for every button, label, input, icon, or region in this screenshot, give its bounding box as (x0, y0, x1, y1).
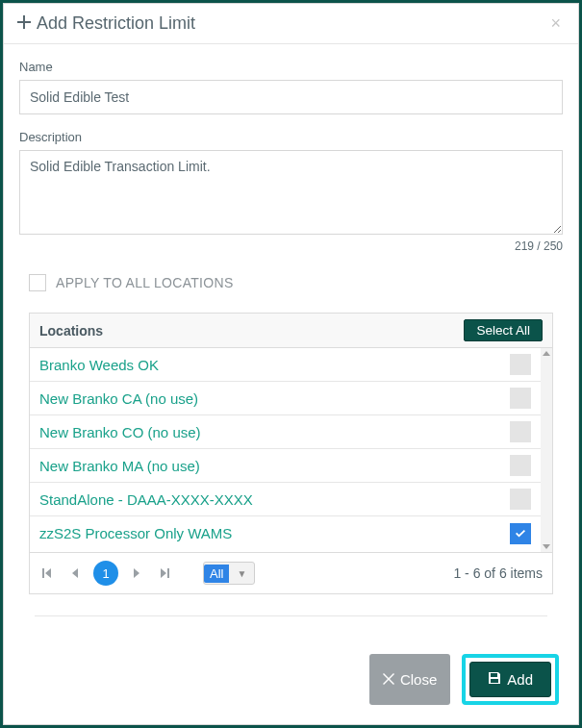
page-size-select[interactable]: All ▼ (203, 562, 255, 585)
modal-title: Add Restriction Limit (37, 13, 195, 34)
description-textarea[interactable]: Solid Edible Transaction Limit. (19, 150, 563, 235)
pager-first-icon[interactable] (39, 568, 55, 578)
pager-info: 1 - 6 of 6 items (453, 565, 543, 581)
pager-next-icon[interactable] (130, 568, 145, 578)
scrollbar[interactable] (541, 348, 552, 552)
scroll-up-icon[interactable] (543, 351, 550, 356)
location-link[interactable]: StandAlone - DAAA-XXXX-XXXX (39, 491, 253, 508)
location-link[interactable]: Branko Weeds OK (39, 357, 159, 373)
modal-header: Add Restriction Limit × (4, 4, 578, 44)
table-row: New Branko CA (no use) (30, 382, 552, 415)
row-checkbox[interactable] (510, 523, 531, 544)
add-restriction-modal: Add Restriction Limit × Name Description… (3, 3, 579, 725)
locations-grid: Locations Select All Branko Weeds OKNew … (29, 313, 553, 594)
location-link[interactable]: New Branko CA (no use) (39, 390, 198, 407)
apply-all-label: APPLY TO ALL LOCATIONS (56, 275, 234, 290)
plus-icon (17, 15, 31, 33)
table-row: zzS2S Processor Only WAMS (30, 516, 552, 550)
select-all-button[interactable]: Select All (464, 319, 543, 341)
close-icon[interactable]: × (546, 13, 565, 34)
pager-current-page[interactable]: 1 (93, 561, 118, 586)
pager-prev-icon[interactable] (66, 568, 82, 578)
add-button-label: Add (507, 671, 533, 688)
char-count: 219 / 250 (19, 239, 563, 253)
chevron-down-icon: ▼ (229, 568, 254, 579)
grid-header-title: Locations (39, 323, 103, 339)
add-button-highlight: Add (462, 654, 559, 705)
location-link[interactable]: New Branko CO (no use) (39, 424, 201, 440)
name-input[interactable] (19, 80, 563, 114)
name-label: Name (19, 60, 563, 74)
table-row: StandAlone - DAAA-XXXX-XXXX (30, 483, 552, 516)
pager: 1 All ▼ 1 - 6 of 6 items (30, 552, 552, 593)
location-link[interactable]: New Branko MA (no use) (39, 458, 200, 474)
save-icon (488, 671, 501, 688)
close-button-label: Close (400, 671, 437, 688)
location-link[interactable]: zzS2S Processor Only WAMS (39, 525, 232, 541)
x-icon (383, 671, 394, 688)
row-checkbox[interactable] (510, 455, 531, 476)
add-button[interactable]: Add (469, 662, 551, 697)
description-label: Description (19, 130, 563, 144)
table-row: Branko Weeds OK (30, 348, 552, 382)
table-row: New Branko CO (no use) (30, 415, 552, 449)
pager-last-icon[interactable] (157, 568, 172, 578)
table-row: New Branko MA (no use) (30, 449, 552, 483)
modal-footer: Close Add (4, 639, 578, 724)
row-checkbox[interactable] (510, 421, 531, 442)
row-checkbox[interactable] (510, 354, 531, 375)
row-checkbox[interactable] (510, 388, 531, 409)
row-checkbox[interactable] (510, 489, 531, 510)
close-button[interactable]: Close (369, 654, 450, 705)
scroll-down-icon[interactable] (543, 544, 550, 549)
apply-all-checkbox[interactable] (29, 274, 46, 291)
page-size-value: All (204, 565, 229, 583)
